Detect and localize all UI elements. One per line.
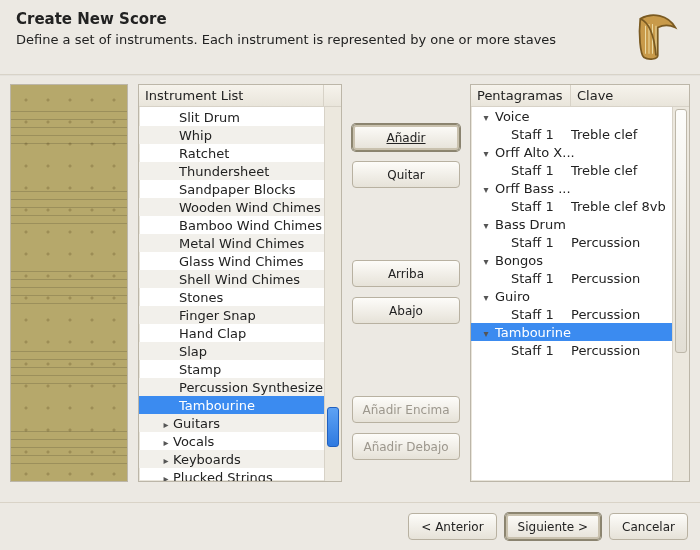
stave-name: Staff 1 xyxy=(477,307,571,322)
back-button[interactable]: < Anterior xyxy=(408,513,496,540)
cancel-button[interactable]: Cancelar xyxy=(609,513,688,540)
instrument-list-header-label: Instrument List xyxy=(145,88,243,103)
instrument-category-label: Guitars xyxy=(173,416,220,431)
instrument-item[interactable]: Hand Clap xyxy=(139,324,324,342)
add-button[interactable]: Añadir xyxy=(352,124,460,151)
remove-button[interactable]: Quitar xyxy=(352,161,460,188)
stave-group[interactable]: Bongos xyxy=(471,251,672,269)
wizard-footer: < Anterior Siguiente > Cancelar xyxy=(0,502,700,550)
instrument-item[interactable]: Keyboards xyxy=(139,450,324,468)
collapse-icon[interactable] xyxy=(481,109,491,124)
stave-group-label: Voice xyxy=(495,109,530,124)
stave-row[interactable]: Staff 1Treble clef xyxy=(471,161,672,179)
stave-row[interactable]: Staff 1Percussion xyxy=(471,305,672,323)
expand-icon[interactable] xyxy=(161,416,171,431)
stave-name: Staff 1 xyxy=(477,127,571,142)
collapse-icon[interactable] xyxy=(481,325,491,340)
add-below-button[interactable]: Añadir Debajo xyxy=(352,433,460,460)
stave-group-label: Orff Alto X... xyxy=(495,145,575,160)
instrument-list-header[interactable]: Instrument List xyxy=(139,85,341,107)
instrument-item[interactable]: Guitars xyxy=(139,414,324,432)
col-staves[interactable]: Pentagramas xyxy=(471,85,571,106)
stave-group-label: Bongos xyxy=(495,253,543,268)
stave-name: Staff 1 xyxy=(477,271,571,286)
stave-group-label: Bass Drum xyxy=(495,217,566,232)
stave-clef: Treble clef xyxy=(571,163,637,178)
collapse-icon[interactable] xyxy=(481,181,491,196)
stave-clef: Percussion xyxy=(571,235,640,250)
instrument-list-panel: Instrument List Slit DrumWhipRatchetThun… xyxy=(138,84,342,482)
instrument-item[interactable]: Ratchet xyxy=(139,144,324,162)
instrument-category-label: Plucked Strings xyxy=(173,470,273,482)
col-clef[interactable]: Clave xyxy=(571,85,689,106)
staves-tree[interactable]: VoiceStaff 1Treble clefOrff Alto X...Sta… xyxy=(471,107,672,481)
stave-group-label: Orff Bass ... xyxy=(495,181,571,196)
stave-group[interactable]: Orff Bass ... xyxy=(471,179,672,197)
add-above-button[interactable]: Añadir Encima xyxy=(352,396,460,423)
stave-name: Staff 1 xyxy=(477,343,571,358)
stave-group[interactable]: Tambourine xyxy=(471,323,672,341)
expand-icon[interactable] xyxy=(161,452,171,467)
stave-name: Staff 1 xyxy=(477,235,571,250)
stave-group[interactable]: Bass Drum xyxy=(471,215,672,233)
instrument-item[interactable]: Bamboo Wind Chimes xyxy=(139,216,324,234)
stave-clef: Percussion xyxy=(571,271,640,286)
expand-icon[interactable] xyxy=(161,470,171,482)
instrument-item[interactable]: Glass Wind Chimes xyxy=(139,252,324,270)
stave-clef: Percussion xyxy=(571,307,640,322)
collapse-icon[interactable] xyxy=(481,289,491,304)
transfer-buttons: Añadir Quitar Arriba Abajo Añadir Encima… xyxy=(352,84,460,500)
stave-group[interactable]: Orff Alto X... xyxy=(471,143,672,161)
stave-clef: Treble clef 8vb xyxy=(571,199,666,214)
staves-panel: Pentagramas Clave VoiceStaff 1Treble cle… xyxy=(470,84,690,482)
page-title: Create New Score xyxy=(16,10,556,28)
instrument-item[interactable]: Metal Wind Chimes xyxy=(139,234,324,252)
instrument-item[interactable]: Slit Drum xyxy=(139,108,324,126)
stave-group[interactable]: Guiro xyxy=(471,287,672,305)
collapse-icon[interactable] xyxy=(481,217,491,232)
instrument-category-label: Keyboards xyxy=(173,452,241,467)
stave-row[interactable]: Staff 1Percussion xyxy=(471,233,672,251)
harp-icon xyxy=(628,10,684,66)
page-subtitle: Define a set of instruments. Each instru… xyxy=(16,32,556,47)
instrument-item[interactable]: Sandpaper Blocks xyxy=(139,180,324,198)
instrument-item[interactable]: Vocals xyxy=(139,432,324,450)
instrument-item[interactable]: Wooden Wind Chimes xyxy=(139,198,324,216)
decorative-score-image xyxy=(10,84,128,482)
stave-row[interactable]: Staff 1Percussion xyxy=(471,269,672,287)
stave-clef: Treble clef xyxy=(571,127,637,142)
stave-row[interactable]: Staff 1Treble clef xyxy=(471,125,672,143)
instrument-item[interactable]: Thundersheet xyxy=(139,162,324,180)
staves-scrollbar[interactable] xyxy=(672,107,689,481)
instrument-item[interactable]: Whip xyxy=(139,126,324,144)
instrument-item[interactable]: Slap xyxy=(139,342,324,360)
stave-group-label: Guiro xyxy=(495,289,530,304)
instrument-item[interactable]: Finger Snap xyxy=(139,306,324,324)
stave-clef: Percussion xyxy=(571,343,640,358)
instrument-item[interactable]: Tambourine xyxy=(139,396,324,414)
instrument-item[interactable]: Percussion Synthesizer xyxy=(139,378,324,396)
stave-name: Staff 1 xyxy=(477,163,571,178)
move-down-button[interactable]: Abajo xyxy=(352,297,460,324)
instrument-item[interactable]: Stamp xyxy=(139,360,324,378)
instrument-item[interactable]: Stones xyxy=(139,288,324,306)
collapse-icon[interactable] xyxy=(481,145,491,160)
collapse-icon[interactable] xyxy=(481,253,491,268)
expand-icon[interactable] xyxy=(161,434,171,449)
instrument-category-label: Vocals xyxy=(173,434,214,449)
next-button[interactable]: Siguiente > xyxy=(505,513,601,540)
stave-row[interactable]: Staff 1Treble clef 8vb xyxy=(471,197,672,215)
instrument-item[interactable]: Plucked Strings xyxy=(139,468,324,481)
stave-row[interactable]: Staff 1Percussion xyxy=(471,341,672,359)
stave-name: Staff 1 xyxy=(477,199,571,214)
instrument-tree[interactable]: Slit DrumWhipRatchetThundersheetSandpape… xyxy=(139,107,324,481)
move-up-button[interactable]: Arriba xyxy=(352,260,460,287)
staves-header[interactable]: Pentagramas Clave xyxy=(471,85,689,107)
stave-group-label: Tambourine xyxy=(495,325,571,340)
instrument-scrollbar[interactable] xyxy=(324,107,341,481)
instrument-item[interactable]: Shell Wind Chimes xyxy=(139,270,324,288)
stave-group[interactable]: Voice xyxy=(471,107,672,125)
